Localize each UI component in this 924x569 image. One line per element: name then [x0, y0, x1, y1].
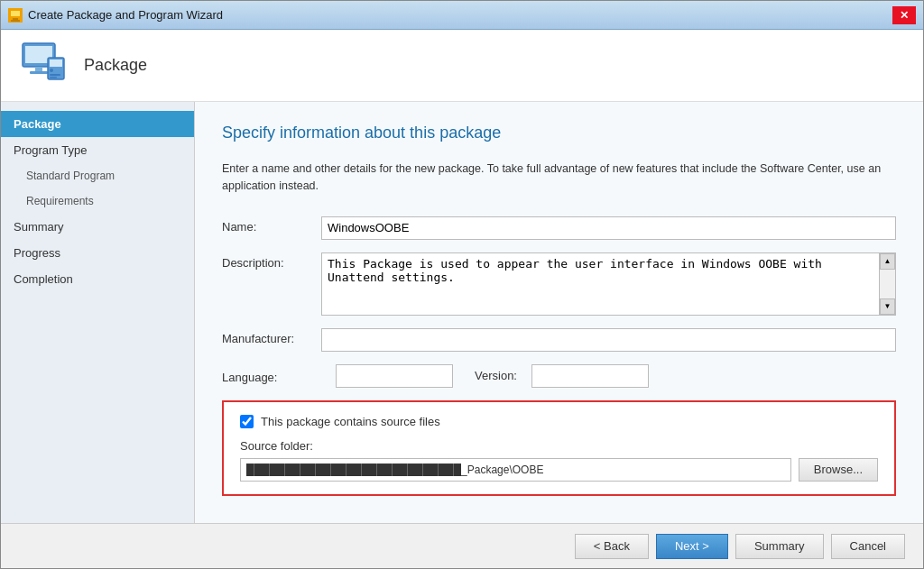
svg-rect-9	[50, 60, 62, 67]
sidebar-item-progress[interactable]: Progress	[1, 240, 194, 266]
svg-rect-3	[11, 20, 20, 22]
cancel-button[interactable]: Cancel	[831, 534, 905, 559]
header-icon	[19, 41, 69, 89]
source-folder-input[interactable]	[240, 458, 791, 482]
source-folder-label: Source folder:	[240, 439, 878, 453]
browse-button[interactable]: Browse...	[799, 458, 878, 482]
lang-version-row: Language: Version:	[222, 364, 896, 388]
source-checkbox-row: This package contains source files	[240, 415, 878, 428]
description-input[interactable]: This Package is used to appear the user …	[321, 252, 880, 316]
sidebar-item-summary[interactable]: Summary	[1, 214, 194, 240]
content-description: Enter a name and other details for the n…	[222, 161, 896, 195]
svg-rect-12	[50, 77, 57, 78]
sidebar-item-completion[interactable]: Completion	[1, 266, 194, 292]
sidebar-item-standard-program[interactable]: Standard Program	[1, 163, 194, 188]
description-row: Description: This Package is used to app…	[222, 252, 896, 316]
title-bar-left: Create Package and Program Wizard	[8, 8, 223, 23]
svg-rect-7	[30, 71, 48, 74]
source-files-checkbox[interactable]	[240, 415, 254, 428]
summary-button[interactable]: Summary	[735, 534, 824, 559]
version-label: Version:	[475, 369, 517, 382]
window-title: Create Package and Program Wizard	[28, 8, 223, 22]
sidebar-item-package[interactable]: Package	[1, 111, 194, 137]
manufacturer-input[interactable]	[321, 328, 896, 352]
wizard-footer: < Back Next > Summary Cancel	[1, 523, 923, 568]
header-title: Package	[84, 56, 147, 75]
source-checkbox-label[interactable]: This package contains source files	[261, 415, 440, 428]
language-label: Language:	[222, 367, 321, 384]
description-scrollbar: ▲ ▼	[880, 252, 896, 316]
close-button[interactable]: ✕	[892, 6, 916, 24]
description-wrapper: This Package is used to appear the user …	[321, 252, 896, 316]
manufacturer-label: Manufacturer:	[222, 328, 321, 345]
next-button[interactable]: Next >	[656, 534, 728, 559]
source-files-box: This package contains source files Sourc…	[222, 400, 896, 496]
version-input[interactable]	[531, 364, 649, 388]
sidebar-item-requirements[interactable]: Requirements	[1, 188, 194, 214]
sidebar: Package Program Type Standard Program Re…	[1, 102, 195, 523]
name-row: Name:	[222, 216, 896, 240]
scrollbar-up[interactable]: ▲	[880, 253, 895, 270]
source-folder-input-row: Browse...	[240, 458, 878, 482]
title-bar: Create Package and Program Wizard ✕	[1, 1, 923, 30]
scrollbar-down[interactable]: ▼	[880, 298, 895, 315]
language-input[interactable]	[336, 364, 453, 388]
source-folder-section: Source folder: Browse...	[240, 439, 878, 482]
content-title: Specify information about this package	[222, 124, 896, 142]
description-label: Description:	[222, 252, 321, 270]
manufacturer-row: Manufacturer:	[222, 328, 896, 352]
name-label: Name:	[222, 216, 321, 234]
wizard-body: Package Program Type Standard Program Re…	[1, 102, 923, 523]
back-button[interactable]: < Back	[575, 534, 649, 559]
svg-rect-11	[50, 74, 60, 76]
app-icon	[8, 8, 23, 23]
svg-rect-1	[11, 11, 20, 16]
wizard-header: Package	[1, 30, 923, 102]
svg-rect-2	[13, 18, 18, 20]
svg-rect-6	[35, 67, 42, 71]
name-input[interactable]	[321, 216, 896, 240]
main-content: Specify information about this package E…	[195, 102, 923, 523]
sidebar-item-program-type[interactable]: Program Type	[1, 137, 194, 163]
svg-point-10	[50, 69, 53, 72]
wizard-window: Create Package and Program Wizard ✕ Pack…	[0, 0, 924, 569]
